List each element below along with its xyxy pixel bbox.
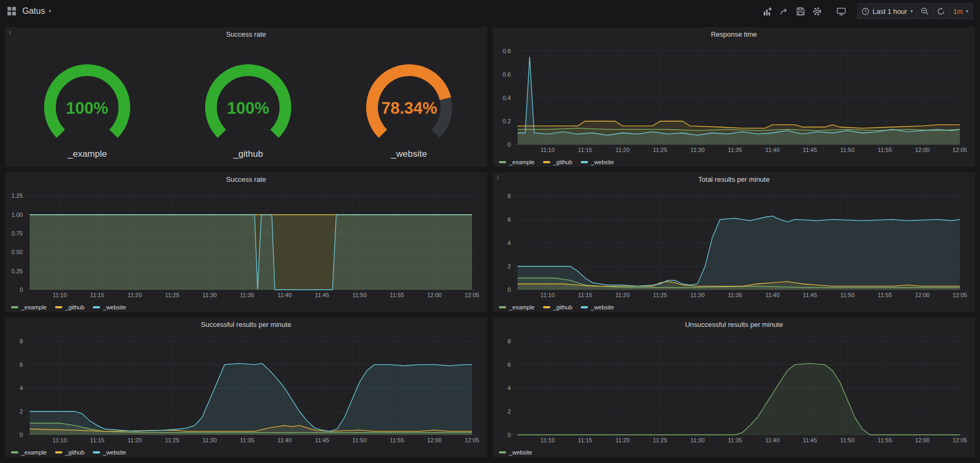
panel-successful-results: Successful results per minute 11:1011:15… [4, 317, 488, 458]
dashboard-title-dropdown[interactable]: Gatus ▾ [22, 6, 51, 16]
success-rate-graph[interactable]: 11:1011:1511:2011:2511:3011:3511:4011:45… [7, 186, 483, 299]
legend-swatch-icon [93, 451, 100, 453]
time-range-button[interactable]: Last 1 hour ▾ [857, 3, 917, 19]
svg-text:0.2: 0.2 [503, 118, 511, 124]
share-button[interactable] [776, 3, 792, 19]
save-button[interactable] [792, 3, 809, 19]
svg-text:11:20: 11:20 [128, 437, 142, 443]
successful-results-graph[interactable]: 11:1011:1511:2011:2511:3011:3511:4011:45… [7, 331, 483, 444]
legend-item-github[interactable]: _github [55, 449, 85, 456]
panel-title[interactable]: Success rate [5, 27, 487, 41]
svg-text:4: 4 [20, 385, 23, 391]
navbar-left: Gatus ▾ [7, 6, 51, 16]
svg-text:11:25: 11:25 [653, 147, 668, 153]
svg-text:11:35: 11:35 [728, 292, 742, 298]
svg-text:0.4: 0.4 [503, 95, 511, 101]
legend-label: _github [65, 449, 85, 456]
legend-item-website[interactable]: _website [581, 304, 614, 310]
svg-text:100%: 100% [227, 99, 269, 117]
settings-button[interactable] [809, 3, 825, 19]
legend-item-example[interactable]: _example [499, 304, 535, 310]
dashboards-grid-icon[interactable] [7, 7, 16, 15]
legend-swatch-icon [581, 161, 588, 163]
add-panel-button[interactable] [759, 3, 776, 19]
legend-label: _github [65, 304, 85, 310]
legend-swatch-icon [55, 451, 62, 453]
zoom-out-button[interactable] [917, 3, 933, 19]
legend: _example_github_website [499, 159, 614, 165]
legend-item-github[interactable]: _github [55, 304, 85, 310]
dashboard-grid: i Success rate 100% _example 100% _githu… [0, 22, 980, 462]
info-icon[interactable]: i [6, 28, 13, 36]
monitor-icon [837, 7, 846, 16]
panel-total-results: i Total results per minute 11:1011:1511:… [492, 172, 976, 313]
save-icon [796, 7, 805, 16]
legend-item-example[interactable]: _example [499, 159, 535, 165]
legend: _website [499, 449, 532, 456]
legend-item-website[interactable]: _website [93, 304, 126, 310]
svg-text:8: 8 [20, 338, 23, 344]
svg-text:1.00: 1.00 [12, 212, 23, 218]
svg-text:8: 8 [508, 338, 511, 344]
svg-text:11:10: 11:10 [540, 292, 555, 298]
svg-text:11:10: 11:10 [540, 147, 555, 153]
svg-text:11:55: 11:55 [878, 292, 892, 298]
svg-text:0: 0 [20, 287, 23, 293]
panel-title[interactable]: Response time [493, 27, 975, 41]
svg-text:2: 2 [508, 263, 511, 270]
zoom-out-icon [920, 7, 929, 15]
svg-text:11:55: 11:55 [878, 147, 892, 153]
response-time-graph[interactable]: 11:1011:1511:2011:2511:3011:3511:4011:45… [495, 41, 971, 154]
legend-item-github[interactable]: _github [543, 159, 572, 165]
refresh-interval-label: 1m [953, 7, 962, 15]
total-results-graph[interactable]: 11:1011:1511:2011:2511:3011:3511:4011:45… [495, 186, 971, 299]
svg-text:11:45: 11:45 [315, 437, 330, 443]
legend-item-example[interactable]: _example [11, 304, 47, 310]
svg-text:12:00: 12:00 [427, 292, 442, 298]
gauge-website: 78.34% _website [343, 63, 476, 159]
svg-text:12:00: 12:00 [427, 437, 442, 443]
refresh-interval-button[interactable]: 1m ▾ [949, 3, 973, 19]
legend-item-website[interactable]: _website [581, 159, 614, 165]
svg-text:11:50: 11:50 [840, 147, 855, 153]
gauge-example: 100% _example [21, 63, 154, 159]
panel-response-time: Response time 11:1011:1511:2011:2511:301… [492, 27, 976, 167]
svg-text:11:30: 11:30 [202, 437, 217, 443]
gauge-arc-example: 100% [21, 63, 154, 148]
svg-text:11:40: 11:40 [277, 292, 292, 298]
legend-item-github[interactable]: _github [543, 304, 572, 310]
legend-label: _website [591, 304, 614, 310]
svg-text:6: 6 [508, 216, 511, 223]
svg-text:11:30: 11:30 [690, 437, 705, 443]
navbar-right: Last 1 hour ▾ 1m ▾ [759, 3, 973, 19]
gauge-label: _github [233, 149, 263, 159]
legend: _example_github_website [11, 449, 126, 456]
svg-text:0.25: 0.25 [12, 268, 23, 274]
refresh-button[interactable] [933, 3, 949, 19]
gauge-label: _website [391, 149, 427, 159]
cycle-view-button[interactable] [833, 3, 850, 19]
svg-text:0: 0 [508, 141, 511, 148]
svg-text:11:30: 11:30 [202, 292, 217, 298]
svg-text:11:10: 11:10 [540, 437, 555, 443]
legend-swatch-icon [499, 306, 506, 308]
panel-title[interactable]: Success rate [5, 172, 487, 186]
panel-title[interactable]: Successful results per minute [5, 317, 487, 331]
unsuccessful-results-graph[interactable]: 11:1011:1511:2011:2511:3011:3511:4011:45… [495, 331, 971, 444]
legend-item-website[interactable]: _website [93, 449, 126, 456]
info-icon[interactable]: i [494, 173, 501, 181]
svg-text:12:00: 12:00 [915, 437, 930, 443]
legend-label: _github [553, 159, 572, 165]
time-controls: Last 1 hour ▾ 1m ▾ [857, 3, 973, 19]
svg-text:12:05: 12:05 [952, 292, 967, 298]
panel-unsuccessful-results: Unsuccessful results per minute 11:1011:… [492, 317, 976, 458]
panel-title[interactable]: Unsuccessful results per minute [493, 317, 975, 331]
legend-item-website[interactable]: _website [499, 449, 532, 456]
svg-text:11:45: 11:45 [803, 147, 817, 153]
panel-title[interactable]: Total results per minute [493, 172, 975, 186]
legend-item-example[interactable]: _example [11, 449, 47, 456]
svg-text:4: 4 [508, 240, 511, 246]
svg-text:2: 2 [508, 408, 511, 415]
svg-text:11:50: 11:50 [840, 437, 855, 443]
legend-label: _github [553, 304, 572, 310]
